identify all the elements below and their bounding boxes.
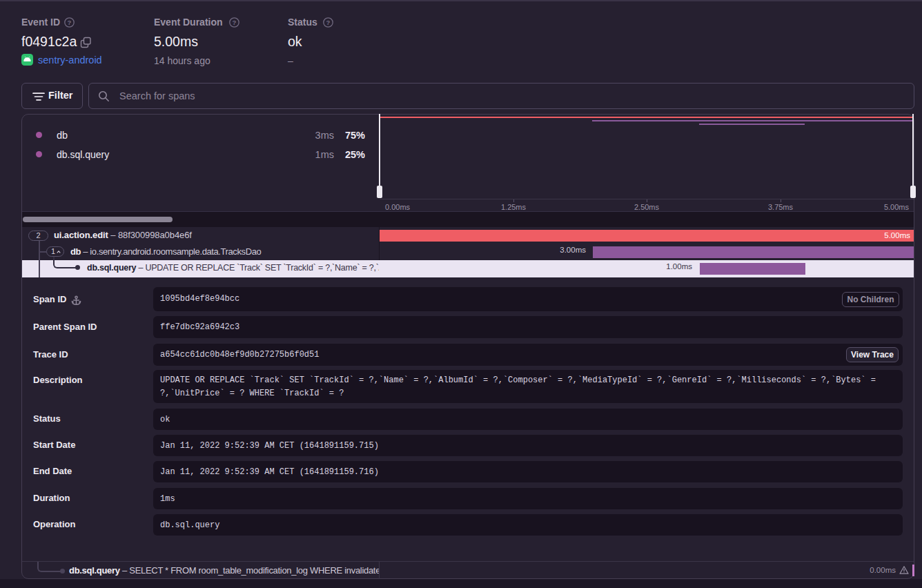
svg-text:?: ?	[326, 19, 331, 26]
svg-text:?: ?	[233, 19, 237, 26]
svg-text:?: ?	[68, 19, 72, 26]
